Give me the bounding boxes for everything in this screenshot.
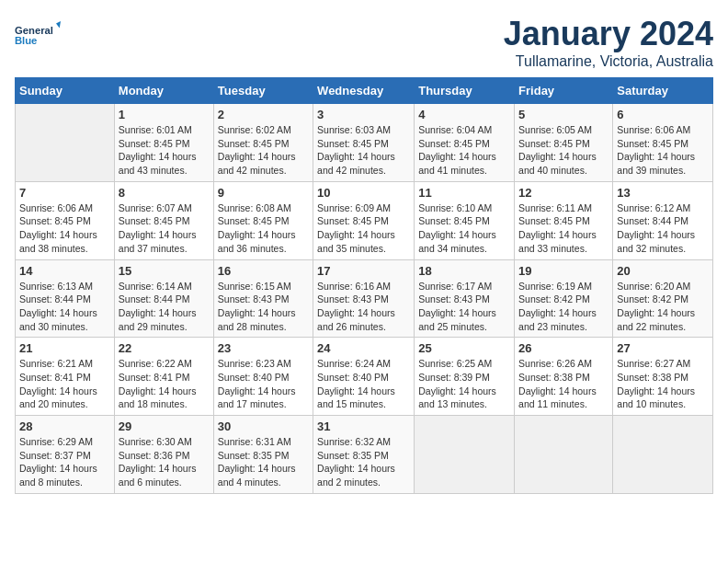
day-number: 7 <box>19 186 110 200</box>
calendar-cell: 14 Sunrise: 6:13 AMSunset: 8:44 PMDaylig… <box>16 259 115 338</box>
calendar-header-row: SundayMondayTuesdayWednesdayThursdayFrid… <box>16 78 713 104</box>
day-info: Sunrise: 6:14 AMSunset: 8:44 PMDaylight:… <box>119 281 197 332</box>
day-number: 18 <box>418 264 510 278</box>
calendar-cell: 6 Sunrise: 6:06 AMSunset: 8:45 PMDayligh… <box>613 104 713 182</box>
calendar-cell: 4 Sunrise: 6:04 AMSunset: 8:45 PMDayligh… <box>415 104 515 182</box>
calendar-cell: 10 Sunrise: 6:09 AMSunset: 8:45 PMDaylig… <box>313 181 415 259</box>
calendar-cell <box>613 416 713 494</box>
day-info: Sunrise: 6:30 AMSunset: 8:36 PMDaylight:… <box>119 436 197 488</box>
day-info: Sunrise: 6:25 AMSunset: 8:39 PMDaylight:… <box>418 358 496 409</box>
day-number: 26 <box>518 341 609 355</box>
day-info: Sunrise: 6:22 AMSunset: 8:41 PMDaylight:… <box>119 358 197 409</box>
calendar-cell: 20 Sunrise: 6:20 AMSunset: 8:42 PMDaylig… <box>613 259 713 338</box>
day-number: 8 <box>119 186 210 200</box>
day-info: Sunrise: 6:19 AMSunset: 8:42 PMDaylight:… <box>518 281 597 332</box>
weekday-header: Sunday <box>16 78 115 104</box>
calendar-cell: 9 Sunrise: 6:08 AMSunset: 8:45 PMDayligh… <box>213 181 313 259</box>
day-info: Sunrise: 6:23 AMSunset: 8:40 PMDaylight:… <box>218 358 296 409</box>
calendar-cell: 3 Sunrise: 6:03 AMSunset: 8:45 PMDayligh… <box>313 104 415 182</box>
calendar-cell: 29 Sunrise: 6:30 AMSunset: 8:36 PMDaylig… <box>114 416 213 494</box>
day-info: Sunrise: 6:26 AMSunset: 8:38 PMDaylight:… <box>518 358 597 409</box>
day-number: 22 <box>119 341 210 355</box>
logo: General Blue <box>15 15 61 56</box>
weekday-header: Thursday <box>415 78 515 104</box>
day-number: 12 <box>518 186 609 200</box>
calendar-cell: 30 Sunrise: 6:31 AMSunset: 8:35 PMDaylig… <box>213 416 313 494</box>
day-info: Sunrise: 6:17 AMSunset: 8:43 PMDaylight:… <box>418 281 496 332</box>
location-title: Tullamarine, Victoria, Australia <box>504 53 713 70</box>
day-number: 13 <box>617 186 709 200</box>
day-number: 1 <box>119 108 210 121</box>
month-title: January 2024 <box>504 15 713 53</box>
calendar-cell: 8 Sunrise: 6:07 AMSunset: 8:45 PMDayligh… <box>114 181 213 259</box>
day-info: Sunrise: 6:06 AMSunset: 8:45 PMDaylight:… <box>19 202 97 254</box>
day-info: Sunrise: 6:24 AMSunset: 8:40 PMDaylight:… <box>317 358 395 409</box>
page-header: General Blue January 2024 Tullamarine, V… <box>15 15 713 70</box>
calendar-cell: 22 Sunrise: 6:22 AMSunset: 8:41 PMDaylig… <box>114 338 213 416</box>
calendar-cell: 28 Sunrise: 6:29 AMSunset: 8:37 PMDaylig… <box>16 416 115 494</box>
svg-text:Blue: Blue <box>15 35 37 46</box>
day-info: Sunrise: 6:31 AMSunset: 8:35 PMDaylight:… <box>218 436 296 488</box>
day-number: 14 <box>19 264 110 278</box>
day-number: 28 <box>19 419 110 433</box>
day-number: 2 <box>218 108 309 121</box>
calendar-cell: 23 Sunrise: 6:23 AMSunset: 8:40 PMDaylig… <box>213 338 313 416</box>
day-number: 4 <box>418 108 510 121</box>
day-number: 19 <box>518 264 609 278</box>
calendar-week-row: 7 Sunrise: 6:06 AMSunset: 8:45 PMDayligh… <box>16 181 713 259</box>
calendar-cell: 27 Sunrise: 6:27 AMSunset: 8:38 PMDaylig… <box>613 338 713 416</box>
calendar-cell <box>16 104 115 182</box>
day-info: Sunrise: 6:20 AMSunset: 8:42 PMDaylight:… <box>617 281 695 332</box>
svg-text:General: General <box>15 25 53 36</box>
day-number: 9 <box>218 186 309 200</box>
calendar-cell <box>515 416 613 494</box>
day-number: 15 <box>119 264 210 278</box>
calendar-week-row: 1 Sunrise: 6:01 AMSunset: 8:45 PMDayligh… <box>16 104 713 182</box>
day-info: Sunrise: 6:09 AMSunset: 8:45 PMDaylight:… <box>317 202 395 254</box>
svg-marker-2 <box>56 21 61 29</box>
calendar-week-row: 14 Sunrise: 6:13 AMSunset: 8:44 PMDaylig… <box>16 259 713 338</box>
day-info: Sunrise: 6:16 AMSunset: 8:43 PMDaylight:… <box>317 281 395 332</box>
weekday-header: Tuesday <box>213 78 313 104</box>
calendar-cell: 5 Sunrise: 6:05 AMSunset: 8:45 PMDayligh… <box>515 104 613 182</box>
day-number: 17 <box>317 264 410 278</box>
day-number: 23 <box>218 341 309 355</box>
day-number: 16 <box>218 264 309 278</box>
calendar-cell: 31 Sunrise: 6:32 AMSunset: 8:35 PMDaylig… <box>313 416 415 494</box>
calendar-cell: 19 Sunrise: 6:19 AMSunset: 8:42 PMDaylig… <box>515 259 613 338</box>
day-number: 5 <box>518 108 609 121</box>
day-info: Sunrise: 6:15 AMSunset: 8:43 PMDaylight:… <box>218 281 296 332</box>
calendar-cell: 26 Sunrise: 6:26 AMSunset: 8:38 PMDaylig… <box>515 338 613 416</box>
calendar-cell: 1 Sunrise: 6:01 AMSunset: 8:45 PMDayligh… <box>114 104 213 182</box>
calendar-week-row: 28 Sunrise: 6:29 AMSunset: 8:37 PMDaylig… <box>16 416 713 494</box>
day-info: Sunrise: 6:01 AMSunset: 8:45 PMDaylight:… <box>119 124 197 176</box>
calendar-table: SundayMondayTuesdayWednesdayThursdayFrid… <box>15 77 713 494</box>
title-block: January 2024 Tullamarine, Victoria, Aust… <box>504 15 713 70</box>
calendar-cell: 2 Sunrise: 6:02 AMSunset: 8:45 PMDayligh… <box>213 104 313 182</box>
day-info: Sunrise: 6:07 AMSunset: 8:45 PMDaylight:… <box>119 202 197 254</box>
day-info: Sunrise: 6:27 AMSunset: 8:38 PMDaylight:… <box>617 358 695 409</box>
weekday-header: Saturday <box>613 78 713 104</box>
day-info: Sunrise: 6:11 AMSunset: 8:45 PMDaylight:… <box>518 202 597 254</box>
weekday-header: Monday <box>114 78 213 104</box>
calendar-week-row: 21 Sunrise: 6:21 AMSunset: 8:41 PMDaylig… <box>16 338 713 416</box>
day-number: 11 <box>418 186 510 200</box>
day-info: Sunrise: 6:32 AMSunset: 8:35 PMDaylight:… <box>317 436 395 488</box>
day-info: Sunrise: 6:04 AMSunset: 8:45 PMDaylight:… <box>418 124 496 176</box>
day-number: 24 <box>317 341 410 355</box>
calendar-cell: 24 Sunrise: 6:24 AMSunset: 8:40 PMDaylig… <box>313 338 415 416</box>
calendar-cell: 16 Sunrise: 6:15 AMSunset: 8:43 PMDaylig… <box>213 259 313 338</box>
day-number: 3 <box>317 108 410 121</box>
calendar-cell: 25 Sunrise: 6:25 AMSunset: 8:39 PMDaylig… <box>415 338 515 416</box>
weekday-header: Friday <box>515 78 613 104</box>
calendar-cell: 11 Sunrise: 6:10 AMSunset: 8:45 PMDaylig… <box>415 181 515 259</box>
day-info: Sunrise: 6:06 AMSunset: 8:45 PMDaylight:… <box>617 124 695 176</box>
day-info: Sunrise: 6:05 AMSunset: 8:45 PMDaylight:… <box>518 124 597 176</box>
day-number: 10 <box>317 186 410 200</box>
calendar-cell: 21 Sunrise: 6:21 AMSunset: 8:41 PMDaylig… <box>16 338 115 416</box>
calendar-cell: 7 Sunrise: 6:06 AMSunset: 8:45 PMDayligh… <box>16 181 115 259</box>
day-number: 27 <box>617 341 709 355</box>
day-info: Sunrise: 6:02 AMSunset: 8:45 PMDaylight:… <box>218 124 296 176</box>
weekday-header: Wednesday <box>313 78 415 104</box>
day-number: 6 <box>617 108 709 121</box>
